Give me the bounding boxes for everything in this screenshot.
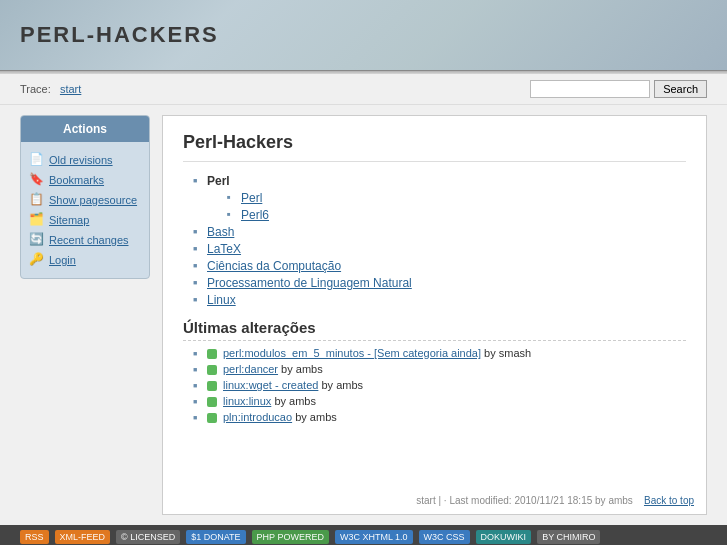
back-to-top-link[interactable]: Back to top — [644, 495, 694, 506]
action-item-login: 🔑 Login — [29, 252, 141, 268]
recent-section-title: Últimas alterações — [183, 319, 686, 341]
licensed-badge: © LICENSED — [116, 530, 180, 544]
list-item-perl6: Perl6 — [227, 208, 686, 222]
search-button[interactable]: Search — [654, 80, 707, 98]
green-dot-icon — [207, 365, 217, 375]
green-dot-icon — [207, 413, 217, 423]
perl-sublist: Perl Perl6 — [207, 191, 686, 222]
perl-link[interactable]: Perl — [241, 191, 262, 205]
main-layout: Actions 📄 Old revisions 🔖 Bookmarks 📋 Sh… — [0, 105, 727, 525]
bookmark-icon: 🔖 — [29, 172, 45, 188]
action-item-show-pagesource: 📋 Show pagesource — [29, 192, 141, 208]
recent-item-1: perl:modulos_em_5_minutos - [Sem categor… — [193, 347, 686, 359]
actions-box: Actions 📄 Old revisions 🔖 Bookmarks 📋 Sh… — [20, 115, 150, 279]
action-item-recent-changes: 🔄 Recent changes — [29, 232, 141, 248]
recent-item-4: linux:linux by ambs — [193, 395, 686, 407]
tracebar: Trace: start Search — [0, 74, 727, 105]
pln-link[interactable]: Processamento de Linguagem Natural — [207, 276, 412, 290]
recent-author-1: by smash — [484, 347, 531, 359]
list-item-bash: Bash — [193, 225, 686, 239]
perl6-link[interactable]: Perl6 — [241, 208, 269, 222]
content-area: Perl-Hackers Perl Perl Perl6 Bash LaTeX … — [162, 115, 707, 515]
search-container: Search — [530, 80, 707, 98]
xhtml-badge: W3C XHTML 1.0 — [335, 530, 413, 544]
dokuwiki-badge: DOKUWIKI — [476, 530, 532, 544]
sitemap-link[interactable]: Sitemap — [49, 214, 89, 226]
php-badge: PHP POWERED — [252, 530, 329, 544]
search-input[interactable] — [530, 80, 650, 98]
green-dot-icon — [207, 381, 217, 391]
sitemap-icon: 🗂️ — [29, 212, 45, 228]
recent-item-2: perl:dancer by ambs — [193, 363, 686, 375]
chimiro-badge: BY CHIMIRO — [537, 530, 600, 544]
css-badge: W3C CSS — [419, 530, 470, 544]
recent-author-5: by ambs — [295, 411, 337, 423]
list-item-perl-link: Perl — [227, 191, 686, 205]
actions-title: Actions — [21, 116, 149, 142]
trace-start-link[interactable]: start — [60, 83, 81, 95]
latex-link[interactable]: LaTeX — [207, 242, 241, 256]
page-title: Perl-Hackers — [183, 132, 686, 162]
action-item-old-revisions: 📄 Old revisions — [29, 152, 141, 168]
recent-link-3[interactable]: linux:wget - created — [223, 379, 318, 391]
bash-link[interactable]: Bash — [207, 225, 234, 239]
site-title: PERL-HACKERS — [20, 22, 219, 48]
ciencias-link[interactable]: Ciências da Computação — [207, 259, 341, 273]
recent-changes-link[interactable]: Recent changes — [49, 234, 129, 246]
actions-list: 📄 Old revisions 🔖 Bookmarks 📋 Show pages… — [21, 142, 149, 278]
rss-badge: RSS — [20, 530, 49, 544]
green-dot-icon — [207, 349, 217, 359]
recent-author-2: by ambs — [281, 363, 323, 375]
recent-item-5: pln:introducao by ambs — [193, 411, 686, 423]
recent-link-2[interactable]: perl:dancer — [223, 363, 278, 375]
trace-text: Trace: start — [20, 83, 81, 95]
recent-link-4[interactable]: linux:linux — [223, 395, 271, 407]
old-revisions-link[interactable]: Old revisions — [49, 154, 113, 166]
list-item-latex: LaTeX — [193, 242, 686, 256]
action-item-bookmarks: 🔖 Bookmarks — [29, 172, 141, 188]
changes-icon: 🔄 — [29, 232, 45, 248]
recent-author-4: by ambs — [274, 395, 316, 407]
list-item-ciencias: Ciências da Computação — [193, 259, 686, 273]
donate-badge: $1 DONATE — [186, 530, 245, 544]
recent-link-1[interactable]: perl:modulos_em_5_minutos - [Sem categor… — [223, 347, 481, 359]
site-header: PERL-HACKERS — [0, 0, 727, 70]
recent-item-3: linux:wget - created by ambs — [193, 379, 686, 391]
main-list: Perl Perl Perl6 Bash LaTeX Ciências da C… — [183, 174, 686, 307]
content-footer: start | · Last modified: 2010/11/21 18:1… — [416, 495, 694, 506]
history-icon: 📄 — [29, 152, 45, 168]
action-item-sitemap: 🗂️ Sitemap — [29, 212, 141, 228]
bookmarks-link[interactable]: Bookmarks — [49, 174, 104, 186]
green-dot-icon — [207, 397, 217, 407]
footer-text: start | · Last modified: 2010/11/21 18:1… — [416, 495, 633, 506]
source-icon: 📋 — [29, 192, 45, 208]
linux-link[interactable]: Linux — [207, 293, 236, 307]
sidebar: Actions 📄 Old revisions 🔖 Bookmarks 📋 Sh… — [20, 115, 150, 515]
page-footer: RSS XML-FEED © LICENSED $1 DONATE PHP PO… — [0, 525, 727, 545]
login-link[interactable]: Login — [49, 254, 76, 266]
login-icon: 🔑 — [29, 252, 45, 268]
xml-feed-badge: XML-FEED — [55, 530, 111, 544]
recent-list: perl:modulos_em_5_minutos - [Sem categor… — [183, 347, 686, 423]
recent-link-5[interactable]: pln:introducao — [223, 411, 292, 423]
list-item-pln: Processamento de Linguagem Natural — [193, 276, 686, 290]
list-item-perl: Perl Perl Perl6 — [193, 174, 686, 222]
list-item-linux: Linux — [193, 293, 686, 307]
recent-author-3: by ambs — [321, 379, 363, 391]
show-pagesource-link[interactable]: Show pagesource — [49, 194, 137, 206]
